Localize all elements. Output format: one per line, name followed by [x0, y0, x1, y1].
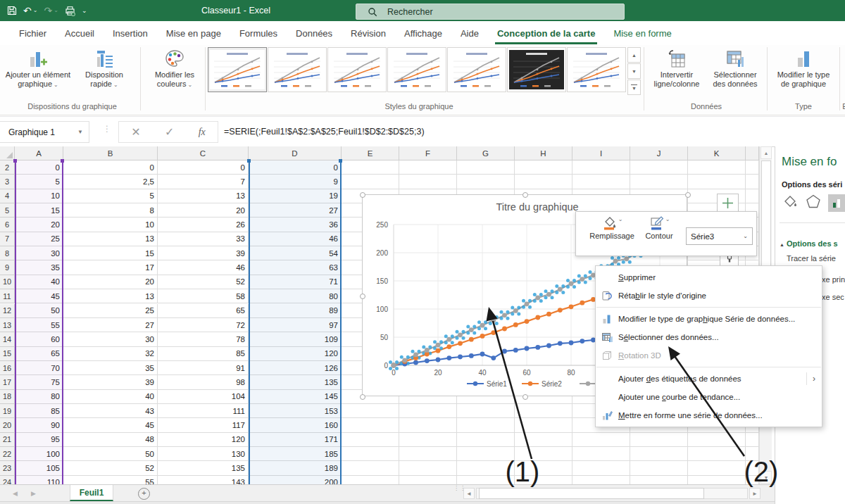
chart-selection-handle[interactable] [522, 192, 528, 198]
grid-cell[interactable] [342, 476, 399, 484]
chart-style-thumb-3[interactable] [327, 47, 387, 92]
grid-cell[interactable]: 78 [158, 332, 249, 346]
grid-cell[interactable] [342, 447, 399, 461]
save-icon[interactable] [7, 6, 17, 15]
row-header-4[interactable]: 4 [0, 189, 15, 203]
grid-cell[interactable]: 120 [249, 347, 342, 361]
grid-cell[interactable] [399, 418, 457, 432]
grid-cell[interactable]: 17 [63, 260, 158, 275]
grid-cell[interactable]: 2,5 [63, 175, 158, 189]
column-header-F[interactable]: F [399, 146, 457, 160]
sheet-nav-left-icon[interactable]: ◀ [13, 485, 18, 501]
grid-cell[interactable]: 39 [158, 246, 249, 260]
row-header-12[interactable]: 12 [0, 304, 15, 318]
grid-cell[interactable]: 120 [158, 433, 249, 447]
grid-cell[interactable]: 135 [158, 461, 249, 475]
grid-cell[interactable]: 153 [249, 404, 342, 418]
row-header-21[interactable]: 21 [0, 433, 15, 447]
grid-cell[interactable]: 100 [15, 447, 63, 461]
tab-insertion[interactable]: Insertion [104, 21, 157, 45]
grid-cell[interactable]: 160 [249, 418, 342, 432]
grid-cell[interactable]: 13 [63, 232, 158, 246]
column-header-K[interactable]: K [688, 146, 746, 160]
chart-style-thumb-4[interactable] [387, 47, 446, 92]
fill-button[interactable]: ⌄ Remplissage [589, 215, 635, 240]
grid-cell[interactable] [515, 404, 572, 418]
grid-cell[interactable]: 50 [15, 304, 63, 318]
menu-item-ajouter-des-tiquettes-de-donn-es[interactable]: Ajouter des étiquettes de données› [596, 370, 822, 388]
chart-style-thumb-1[interactable] [208, 47, 267, 92]
grid-cell[interactable]: 89 [249, 304, 342, 318]
grid-cell[interactable]: 200 [249, 476, 342, 484]
tab-fichier[interactable]: Fichier [10, 21, 56, 45]
grid-cell[interactable]: 5 [15, 175, 63, 189]
series-select-combo[interactable]: Série3 ⌄ [686, 227, 753, 245]
grid-cell[interactable]: 109 [249, 332, 342, 346]
grid-cell[interactable]: 75 [15, 375, 63, 389]
horizontal-scroll-thumb[interactable] [479, 488, 704, 499]
column-header-partial[interactable] [746, 146, 759, 160]
row-header-15[interactable]: 15 [0, 347, 15, 361]
name-box-dropdown-icon[interactable]: ▼ [77, 129, 83, 135]
row-header-9[interactable]: 9 [0, 260, 15, 275]
pane-section-header[interactable]: ▲Options des s [780, 239, 838, 248]
grid-cell[interactable]: 185 [249, 447, 342, 461]
grid-cell[interactable]: 85 [15, 404, 63, 418]
horizontal-scrollbar[interactable]: ◄ ► [463, 488, 760, 499]
grid-cell[interactable] [572, 476, 630, 484]
grid-cell[interactable]: 46 [249, 232, 342, 246]
scrollbar-grip[interactable]: ⋮⋮ [453, 487, 459, 490]
scroll-right-icon[interactable]: ► [749, 488, 760, 499]
select-data-button[interactable]: Sélectionner des données [706, 48, 765, 89]
grid-cell[interactable]: 117 [158, 418, 249, 432]
grid-cell[interactable]: 80 [15, 390, 63, 404]
grid-cell[interactable]: 20 [158, 203, 249, 218]
grid-cell[interactable]: 36 [249, 218, 342, 232]
name-box[interactable]: Graphique 1 ▼ [0, 121, 89, 143]
grid-cell[interactable]: 85 [158, 347, 249, 361]
secondary-axis-radio-label[interactable]: xe sec [822, 293, 844, 301]
grid-cell[interactable] [515, 418, 572, 432]
grid-cell[interactable]: 105 [15, 461, 63, 475]
grid-cell[interactable]: 55 [63, 476, 158, 484]
grid-cell[interactable]: 13 [158, 189, 249, 203]
row-header-11[interactable]: 11 [0, 289, 15, 303]
grid-cell[interactable] [457, 160, 515, 175]
grid-cell[interactable]: 5 [63, 189, 158, 203]
grid-cell[interactable] [688, 175, 746, 189]
grid-cell[interactable]: 52 [158, 275, 249, 289]
grid-cell[interactable] [746, 160, 759, 175]
grid-cell[interactable] [630, 175, 688, 189]
grid-cell[interactable]: 35 [63, 361, 158, 375]
grid-cell[interactable] [630, 461, 688, 475]
column-header-C[interactable]: C [158, 146, 249, 160]
grid-cell[interactable] [688, 433, 746, 447]
grid-cell[interactable] [399, 404, 457, 418]
row-header-23[interactable]: 23 [0, 461, 15, 475]
grid-cell[interactable]: 0 [249, 160, 342, 175]
print-icon[interactable] [65, 6, 75, 16]
grid-cell[interactable]: 50 [63, 447, 158, 461]
grid-cell[interactable]: 26 [158, 218, 249, 232]
quick-layout-button[interactable]: Disposition rapide⌄ [73, 48, 135, 89]
grid-cell[interactable]: 15 [63, 246, 158, 260]
submenu-arrow-icon[interactable]: › [806, 372, 822, 385]
gallery-more-button[interactable]: ▼ [627, 80, 641, 95]
insert-function-icon[interactable]: fx [199, 127, 206, 138]
fill-line-icon[interactable] [782, 193, 799, 213]
change-chart-type-button[interactable]: Modifier le type de graphique [770, 48, 837, 89]
grid-cell[interactable]: 15 [15, 203, 63, 218]
grid-cell[interactable]: 0 [63, 160, 158, 175]
row-header-13[interactable]: 13 [0, 318, 15, 332]
grid-cell[interactable]: 35 [15, 260, 63, 275]
column-header-H[interactable]: H [515, 146, 572, 160]
grid-cell[interactable]: 126 [249, 361, 342, 375]
chart-style-thumb-6[interactable] [507, 47, 566, 92]
grid-cell[interactable]: 111 [158, 404, 249, 418]
column-header-J[interactable]: J [630, 146, 688, 160]
column-header-A[interactable]: A [15, 146, 63, 160]
grid-cell[interactable] [399, 160, 457, 175]
grid-cell[interactable]: 19 [249, 189, 342, 203]
grid-cell[interactable]: 30 [15, 246, 63, 260]
range-handle[interactable] [13, 159, 17, 163]
